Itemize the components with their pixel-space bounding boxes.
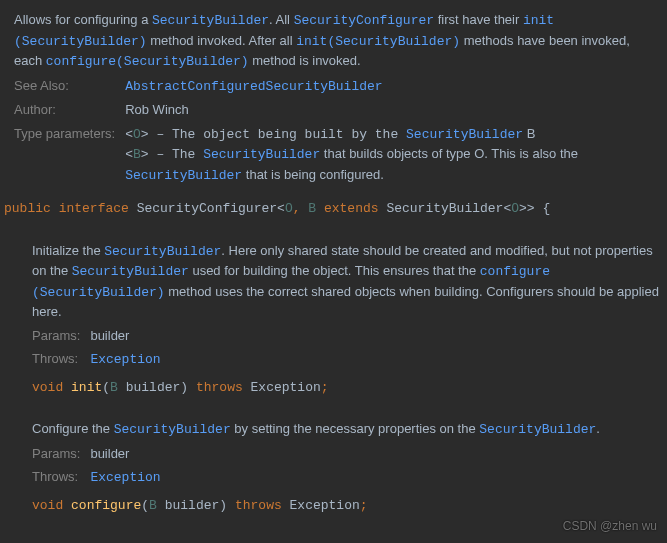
exception-type: Exception (251, 380, 321, 395)
punc: ( (141, 498, 149, 513)
link-sb[interactable]: SecurityBuilder (114, 422, 231, 437)
kw-throws: throws (196, 380, 243, 395)
text: first have their (434, 12, 523, 27)
type-param-o: O (133, 127, 141, 142)
close-brace: } (0, 539, 667, 543)
text: < (125, 127, 133, 142)
punc: >> (519, 201, 535, 216)
punc: { (542, 201, 550, 216)
generic-o: O (285, 201, 293, 216)
kw-void: void (32, 380, 63, 395)
params-label: Params: (32, 326, 80, 346)
punc: ( (102, 380, 110, 395)
link-abstractconfigured[interactable]: AbstractConfiguredSecurityBuilder (125, 79, 382, 94)
text: method is invoked. (249, 53, 361, 68)
text: Initialize the (32, 243, 104, 258)
link-sb2[interactable]: SecurityBuilder (203, 147, 320, 162)
text: that builds objects of type O. This is a… (320, 146, 578, 161)
link-sb[interactable]: SecurityBuilder (72, 264, 189, 279)
text: B (523, 126, 535, 141)
method-configure-block: Configure the SecurityBuilder by setting… (32, 419, 667, 515)
link-securityconfigurer[interactable]: SecurityConfigurer (294, 13, 434, 28)
link-sb3[interactable]: SecurityBuilder (125, 168, 242, 183)
params-value: builder (90, 444, 667, 464)
generic-b: B (110, 380, 118, 395)
punc: ) (180, 380, 188, 395)
params-value: builder (90, 326, 667, 346)
kw-extends: extends (324, 201, 379, 216)
kw-throws: throws (235, 498, 282, 513)
link-init2[interactable]: init(SecurityBuilder) (296, 34, 460, 49)
method-configure-doc: Configure the SecurityBuilder by setting… (32, 419, 667, 440)
method-init-signature: void init(B builder) throws Exception; (32, 378, 667, 398)
watermark: CSDN @zhen wu (563, 517, 657, 535)
text: by setting the necessary properties on t… (231, 421, 480, 436)
method-init-doc: Initialize the SecurityBuilder. Here onl… (32, 241, 667, 322)
type-params-value: <O> – The object being built by the Secu… (125, 124, 653, 186)
punc: , (293, 201, 301, 216)
param-name: builder (126, 380, 181, 395)
generic-o: O (511, 201, 519, 216)
generic-b: B (308, 201, 316, 216)
throws-label: Throws: (32, 467, 80, 488)
class-javadoc: Allows for configuring a SecurityBuilder… (0, 0, 667, 185)
param-name: builder (165, 498, 220, 513)
link-configure[interactable]: configure(SecurityBuilder) (46, 54, 249, 69)
method-configure-tags: Params: builder Throws: Exception (32, 444, 667, 488)
kw-interface: interface (59, 201, 129, 216)
method-init-block: Initialize the SecurityBuilder. Here onl… (32, 241, 667, 398)
punc: ; (321, 380, 329, 395)
text: method invoked. After all (147, 33, 297, 48)
doc-tags: See Also: AbstractConfiguredSecurityBuil… (14, 76, 653, 186)
throws-label: Throws: (32, 349, 80, 370)
class-description: Allows for configuring a SecurityBuilder… (14, 10, 653, 72)
method-name: init (71, 380, 102, 395)
text: that is being configured. (242, 167, 384, 182)
class-name: SecurityConfigurer (137, 201, 277, 216)
class-signature: public interface SecurityConfigurer<O, B… (0, 199, 667, 219)
link-exception[interactable]: Exception (90, 352, 160, 367)
text: Configure the (32, 421, 114, 436)
link-exception[interactable]: Exception (90, 470, 160, 485)
link-sb[interactable]: SecurityBuilder (406, 127, 523, 142)
text: used for building the object. This ensur… (189, 263, 480, 278)
link-sb[interactable]: SecurityBuilder (479, 422, 596, 437)
punc: ; (360, 498, 368, 513)
text: > – The (141, 147, 203, 162)
link-securitybuilder[interactable]: SecurityBuilder (152, 13, 269, 28)
see-also-label: See Also: (14, 76, 115, 97)
author-value: Rob Winch (125, 100, 653, 120)
text: < (125, 147, 133, 162)
type-params-label: Type parameters: (14, 124, 115, 186)
type-param-b: B (133, 147, 141, 162)
text: . (596, 421, 600, 436)
text: Allows for configuring a (14, 12, 152, 27)
generic-b: B (149, 498, 157, 513)
kw-public: public (4, 201, 51, 216)
punc: ) (219, 498, 227, 513)
link-sb[interactable]: SecurityBuilder (104, 244, 221, 259)
exception-type: Exception (290, 498, 360, 513)
method-configure-signature: void configure(B builder) throws Excepti… (32, 496, 667, 516)
punc: < (277, 201, 285, 216)
type-securitybuilder: SecurityBuilder (386, 201, 503, 216)
method-init-tags: Params: builder Throws: Exception (32, 326, 667, 370)
kw-void: void (32, 498, 63, 513)
method-name: configure (71, 498, 141, 513)
text: > – The object being built by the (141, 127, 406, 142)
text: . All (269, 12, 294, 27)
params-label: Params: (32, 444, 80, 464)
author-label: Author: (14, 100, 115, 120)
